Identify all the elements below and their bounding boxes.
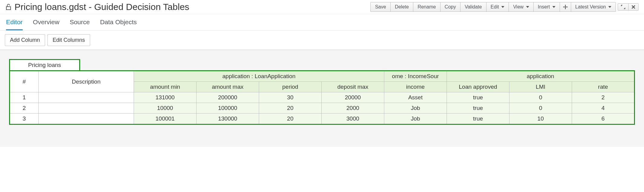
version-menu-button[interactable]: Latest Version xyxy=(571,2,616,12)
cell[interactable]: 0 xyxy=(509,103,572,114)
col-income[interactable]: income xyxy=(384,82,447,92)
col-period[interactable]: period xyxy=(259,82,321,92)
row-number[interactable]: 2 xyxy=(10,103,39,114)
cell[interactable]: 2000 xyxy=(321,103,384,114)
cell[interactable]: 30 xyxy=(259,92,321,103)
insert-label: Insert xyxy=(538,4,550,10)
hash-header[interactable]: # xyxy=(10,71,39,92)
cell[interactable]: 131000 xyxy=(134,92,196,103)
cell[interactable]: 2 xyxy=(572,92,634,103)
table-row[interactable]: 2 10000 100000 20 2000 Job true 0 4 xyxy=(10,103,635,114)
toolbar-window-group xyxy=(618,3,639,11)
row-description[interactable] xyxy=(38,103,134,114)
toolbar: Save Delete Rename Copy Validate Edit Vi… xyxy=(370,2,639,12)
cell[interactable]: 20 xyxy=(259,114,321,124)
cell[interactable]: true xyxy=(447,92,509,103)
row-description[interactable] xyxy=(38,114,134,124)
cell[interactable]: 10000 xyxy=(134,103,196,114)
view-menu-button[interactable]: View xyxy=(509,2,533,12)
group-header-application[interactable]: application : LoanApplication xyxy=(134,71,384,82)
cell[interactable]: 0 xyxy=(509,92,572,103)
title-wrap: Pricing loans.gdst - Guided Decision Tab… xyxy=(5,2,189,12)
cell[interactable]: 100000 xyxy=(196,103,259,114)
cell[interactable]: 3000 xyxy=(321,114,384,124)
table-row[interactable]: 3 100001 130000 20 3000 Job true 10 6 xyxy=(10,114,635,124)
version-label: Latest Version xyxy=(575,4,606,10)
chevron-down-icon xyxy=(526,6,529,8)
cell[interactable]: Job xyxy=(384,103,447,114)
cell[interactable]: 130000 xyxy=(196,114,259,124)
table-label[interactable]: Pricing loans xyxy=(9,59,80,70)
col-rate[interactable]: rate xyxy=(572,82,634,92)
move-button[interactable] xyxy=(560,2,571,12)
row-number[interactable]: 1 xyxy=(10,92,39,103)
decision-table[interactable]: # Description application : LoanApplicat… xyxy=(9,70,635,125)
expand-button[interactable] xyxy=(618,3,629,11)
insert-menu-button[interactable]: Insert xyxy=(534,2,560,12)
delete-button[interactable]: Delete xyxy=(391,2,413,12)
cell[interactable]: Job xyxy=(384,114,447,124)
cell[interactable]: Asset xyxy=(384,92,447,103)
rename-button[interactable]: Rename xyxy=(413,2,440,12)
workspace: Pricing loans # Description application … xyxy=(0,50,644,147)
cell[interactable]: true xyxy=(447,114,509,124)
close-button[interactable] xyxy=(629,3,639,11)
validate-button[interactable]: Validate xyxy=(460,2,486,12)
expand-icon xyxy=(621,5,625,9)
cell[interactable]: 6 xyxy=(572,114,634,124)
cell[interactable]: 4 xyxy=(572,103,634,114)
cell[interactable]: 10 xyxy=(509,114,572,124)
edit-columns-button[interactable]: Edit Columns xyxy=(47,34,90,46)
toolbar-main-group: Save Delete Rename Copy Validate Edit Vi… xyxy=(370,2,616,12)
row-description[interactable] xyxy=(38,92,134,103)
move-icon xyxy=(563,5,568,9)
tab-data-objects[interactable]: Data Objects xyxy=(100,18,137,30)
col-lmi[interactable]: LMI xyxy=(509,82,572,92)
tab-editor[interactable]: Editor xyxy=(6,18,23,30)
description-header[interactable]: Description xyxy=(38,71,134,92)
header-bar: Pricing loans.gdst - Guided Decision Tab… xyxy=(0,0,644,14)
table-row[interactable]: 1 131000 200000 30 20000 Asset true 0 2 xyxy=(10,92,635,103)
view-label: View xyxy=(513,4,523,10)
tab-overview[interactable]: Overview xyxy=(33,18,60,30)
cell[interactable]: true xyxy=(447,103,509,114)
add-column-button[interactable]: Add Column xyxy=(5,34,45,46)
copy-button[interactable]: Copy xyxy=(441,2,460,12)
cell[interactable]: 20000 xyxy=(321,92,384,103)
edit-label: Edit xyxy=(491,4,499,10)
cell[interactable]: 20 xyxy=(259,103,321,114)
tabs: Editor Overview Source Data Objects xyxy=(0,14,644,31)
col-amount-max[interactable]: amount max xyxy=(196,82,259,92)
page-title: Pricing loans.gdst - Guided Decision Tab… xyxy=(15,2,189,12)
edit-menu-button[interactable]: Edit xyxy=(486,2,509,12)
save-button[interactable]: Save xyxy=(370,2,390,12)
group-header-application-action[interactable]: application xyxy=(447,71,634,82)
group-header-income-source[interactable]: ome : IncomeSour xyxy=(384,71,447,82)
row-number[interactable]: 3 xyxy=(10,114,39,124)
col-deposit-max[interactable]: deposit max xyxy=(321,82,384,92)
close-icon xyxy=(632,5,635,9)
cell[interactable]: 200000 xyxy=(196,92,259,103)
decision-table-wrap: Pricing loans # Description application … xyxy=(9,59,635,125)
sub-toolbar: Add Column Edit Columns xyxy=(0,31,644,50)
unlock-icon xyxy=(5,4,11,10)
cell[interactable]: 100001 xyxy=(134,114,196,124)
col-loan-approved[interactable]: Loan approved xyxy=(447,82,509,92)
chevron-down-icon xyxy=(501,6,504,8)
chevron-down-icon xyxy=(608,6,611,8)
tab-source[interactable]: Source xyxy=(70,18,90,30)
chevron-down-icon xyxy=(552,6,555,8)
col-amount-min[interactable]: amount min xyxy=(134,82,196,92)
